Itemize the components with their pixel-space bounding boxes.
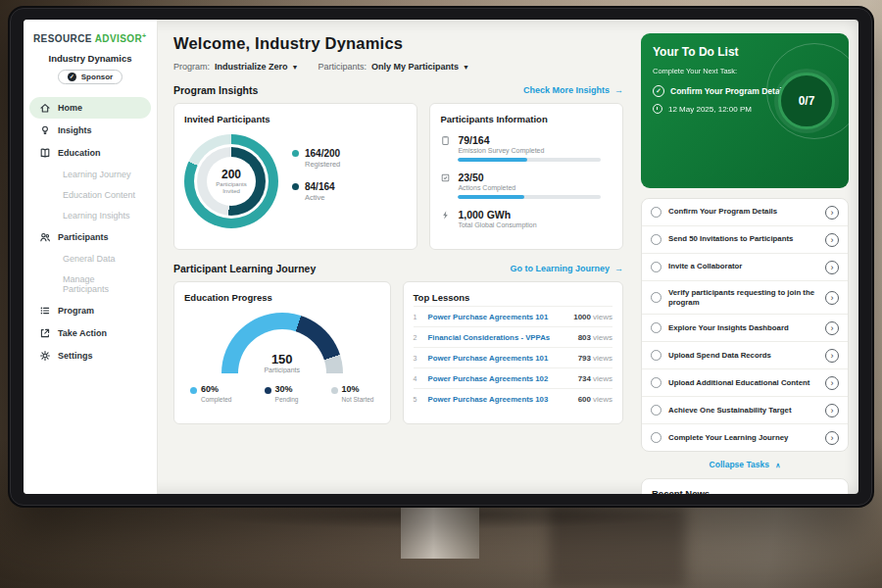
lesson-link[interactable]: Power Purchase Agreements 102 xyxy=(428,374,571,383)
legend-label: Pending xyxy=(275,396,299,403)
task-checkbox[interactable] xyxy=(651,262,662,272)
sidebar-item-insights[interactable]: Insights xyxy=(29,120,151,141)
task-checkbox[interactable] xyxy=(651,207,662,218)
task-checkbox[interactable] xyxy=(651,377,662,388)
todo-panel: Your To Do List Complete Your Next Task:… xyxy=(641,20,849,494)
sidebar-item-settings[interactable]: Settings xyxy=(29,345,151,367)
lesson-row: 1 Power Purchase Agreements 101 1000view… xyxy=(414,307,613,327)
lesson-rank: 5 xyxy=(414,396,421,403)
task-row-verify-participants[interactable]: Verify participants requesting to join t… xyxy=(642,281,848,315)
sidebar-item-education[interactable]: Education xyxy=(29,142,151,164)
list-icon xyxy=(39,305,51,317)
sidebar-item-manage-participants[interactable]: Manage Participants xyxy=(29,270,151,299)
task-checkbox[interactable] xyxy=(651,432,662,443)
sidebar-item-learning-insights[interactable]: Learning Insights xyxy=(29,206,151,225)
chevron-right-icon[interactable]: › xyxy=(825,321,839,335)
task-row-send-invitations[interactable]: Send 50 Invitations to Participants › xyxy=(642,226,848,254)
sidebar-item-learning-journey[interactable]: Learning Journey xyxy=(29,165,151,184)
legend-label: Not Started xyxy=(342,396,374,403)
program-filter-label: Program: xyxy=(173,62,210,72)
task-row-upload-educational-content[interactable]: Upload Additional Educational Content › xyxy=(642,369,848,397)
lesson-link[interactable]: Power Purchase Agreements 103 xyxy=(428,395,571,404)
todo-progress-badge: 0/7 xyxy=(778,73,835,129)
completed-dot-icon xyxy=(190,387,197,394)
views-suffix: views xyxy=(593,333,612,342)
lesson-views: 734 xyxy=(578,374,591,383)
task-row-upload-spend-data[interactable]: Upload Spend Data Records › xyxy=(642,342,848,369)
pending-dot-icon xyxy=(265,387,271,394)
task-row-achieve-sustainability-target[interactable]: Achieve One Sustainability Target › xyxy=(642,397,848,424)
top-lessons-card: Top Lessons 1 Power Purchase Agreements … xyxy=(403,281,624,424)
check-more-insights-link[interactable]: Check More Insights → xyxy=(523,85,623,95)
task-row-explore-insights[interactable]: Explore Your Insights Dashboard › xyxy=(642,315,848,342)
page-title: Welcome, Industry Dynamics xyxy=(173,34,623,53)
link-label: Go to Learning Journey xyxy=(510,264,610,273)
filter-bar: Program: Industrialize Zero ▼ Participan… xyxy=(173,62,623,72)
task-row-complete-learning-journey[interactable]: Complete Your Learning Journey › xyxy=(642,424,848,451)
stat-label: Total Global Consumption xyxy=(458,221,536,228)
participants-filter-value[interactable]: Only My Participants xyxy=(371,62,459,72)
lesson-row: 3 Power Purchase Agreements 101 793views xyxy=(414,348,613,368)
chevron-right-icon[interactable]: › xyxy=(825,376,839,390)
home-icon xyxy=(39,102,51,114)
program-filter-value[interactable]: Industrialize Zero xyxy=(215,62,288,72)
sidebar-item-participants[interactable]: Participants xyxy=(29,226,151,248)
chevron-right-icon[interactable]: › xyxy=(825,206,839,220)
sidebar-item-take-action[interactable]: Take Action xyxy=(29,322,151,344)
chevron-right-icon[interactable]: › xyxy=(825,291,839,305)
views-suffix: views xyxy=(593,313,612,321)
stat-value: 79/164 xyxy=(458,134,601,146)
main-content: Welcome, Industry Dynamics Program: Indu… xyxy=(158,20,639,494)
chevron-right-icon[interactable]: › xyxy=(825,404,839,417)
sidebar-item-home[interactable]: Home xyxy=(29,97,151,119)
registered-value: 164/200 xyxy=(305,148,340,159)
task-row-confirm-program[interactable]: Confirm Your Program Details › xyxy=(642,199,848,226)
chevron-right-icon[interactable]: › xyxy=(825,261,839,274)
task-checkbox[interactable] xyxy=(651,405,662,416)
logo-text-advisor: ADVISOR xyxy=(95,33,142,44)
chevron-right-icon[interactable]: › xyxy=(825,349,839,363)
task-row-invite-collaborator[interactable]: Invite a Collaborator › xyxy=(642,254,848,281)
lesson-link[interactable]: Power Purchase Agreements 101 xyxy=(428,354,571,363)
next-task-label: Confirm Your Program Details xyxy=(670,86,789,96)
stat-label: Actions Completed xyxy=(458,184,601,191)
chevron-right-icon[interactable]: › xyxy=(825,431,839,445)
section-title: Program Insights xyxy=(173,84,258,96)
go-to-learning-journey-link[interactable]: Go to Learning Journey → xyxy=(510,264,623,273)
insights-cards-row: Invited Participants 200 Participants In… xyxy=(173,103,623,250)
education-progress-card: Education Progress 150 Participants 60% xyxy=(173,281,391,424)
task-checkbox[interactable] xyxy=(651,234,662,245)
views-suffix: views xyxy=(593,374,612,383)
chevron-down-icon[interactable]: ▼ xyxy=(292,64,299,71)
next-task-time: 12 May 2025, 12:00 PM xyxy=(668,105,752,114)
people-icon xyxy=(39,231,51,243)
chevron-down-icon[interactable]: ▼ xyxy=(463,64,469,71)
lesson-link[interactable]: Financial Considerations - VPPAs xyxy=(428,333,571,342)
lesson-link[interactable]: Power Purchase Agreements 101 xyxy=(428,313,567,321)
legend-pct: 10% xyxy=(342,385,374,395)
task-checkbox[interactable] xyxy=(651,292,662,303)
sidebar-item-education-content[interactable]: Education Content xyxy=(29,185,151,205)
task-checkbox[interactable] xyxy=(651,350,662,361)
legend-pct: 60% xyxy=(201,385,231,395)
lesson-rank: 1 xyxy=(414,314,421,320)
chevron-right-icon[interactable]: › xyxy=(825,233,839,247)
emission-survey-stat: 79/164 Emission Survey Completed xyxy=(440,134,612,162)
task-label: Upload Additional Educational Content xyxy=(668,378,818,388)
gauge-center: 150 Participants xyxy=(221,352,343,373)
sidebar-item-label: Home xyxy=(58,103,82,113)
monitor-bezel: RESOURCE ADVISOR+ Industry Dynamics Spon… xyxy=(10,8,872,506)
registered-dot-icon xyxy=(292,150,299,157)
registered-label: Registered xyxy=(305,160,340,169)
lesson-row: 2 Financial Considerations - VPPAs 803vi… xyxy=(414,327,613,348)
task-checkbox[interactable] xyxy=(651,322,662,333)
invited-total-label: Participants Invited xyxy=(212,181,251,195)
card-title: Top Lessons xyxy=(414,292,613,307)
sidebar-item-program[interactable]: Program xyxy=(29,300,151,321)
collapse-tasks-link[interactable]: Collapse Tasks ∧ xyxy=(641,460,849,469)
program-insights-header: Program Insights Check More Insights → xyxy=(173,84,623,96)
task-label: Verify participants requesting to join t… xyxy=(668,288,818,308)
card-title: Participants Information xyxy=(440,114,612,124)
sidebar-item-general-data[interactable]: General Data xyxy=(29,249,151,269)
views-suffix: views xyxy=(593,354,612,363)
